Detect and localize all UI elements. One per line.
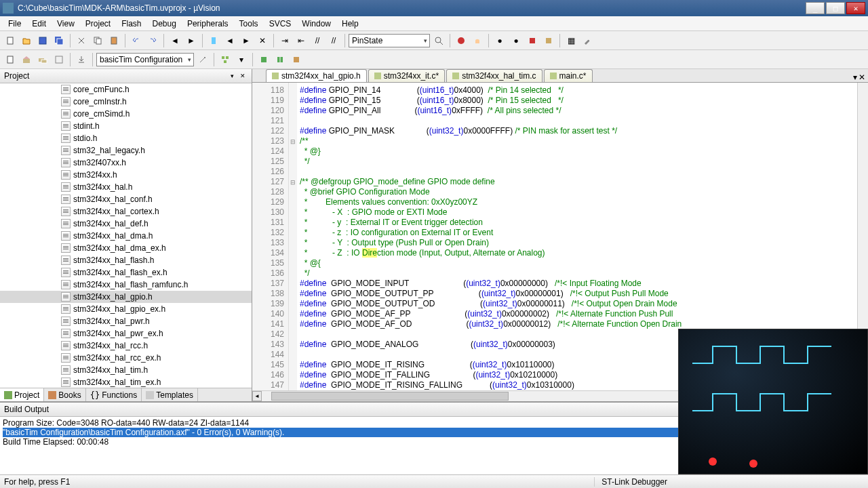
tab-close-button[interactable]: ✕ (859, 73, 865, 82)
menu-svcs[interactable]: SVCS (264, 18, 297, 30)
debug-button[interactable] (454, 33, 469, 48)
menu-project[interactable]: Project (80, 18, 116, 30)
indent-button[interactable]: ⇥ (277, 33, 292, 48)
tree-file-item[interactable]: stm32f4xx_hal_gpio.h (0, 291, 252, 303)
maximize-button[interactable]: □ (826, 2, 845, 14)
window-button[interactable]: ▦ (564, 33, 578, 48)
tb-a[interactable]: ● (492, 33, 507, 48)
outdent-button[interactable]: ⇤ (294, 33, 309, 48)
nav-fwd-button[interactable]: ► (184, 33, 199, 48)
download-button[interactable] (74, 52, 89, 67)
minimize-button[interactable]: _ (806, 2, 825, 14)
batch-build-button[interactable] (52, 52, 66, 67)
tree-file-item[interactable]: stdio.h (0, 132, 252, 144)
file-icon (61, 158, 71, 167)
breakpoint-button[interactable] (470, 33, 485, 48)
tree-file-item[interactable]: stm32f4xx_hal_rcc.h (0, 340, 252, 352)
menu-flash[interactable]: Flash (116, 18, 146, 30)
bookmark-clear-button[interactable]: ✕ (255, 33, 270, 48)
nav-back-button[interactable]: ◄ (167, 33, 182, 48)
panel-close-button[interactable]: ✕ (238, 71, 248, 81)
menu-file[interactable]: File (3, 18, 26, 30)
menu-tools[interactable]: Tools (234, 18, 264, 30)
pack3-button[interactable] (289, 52, 304, 67)
tab-hal-tim[interactable]: stm32f4xx_hal_tim.c (446, 69, 542, 82)
menu-help[interactable]: Help (336, 18, 364, 30)
svg-rect-18 (222, 56, 224, 59)
tree-file-item[interactable]: stm32_hal_legacy.h (0, 144, 252, 157)
tree-file-item[interactable]: stm32f4xx_hal_conf.h (0, 193, 252, 205)
find-combo[interactable]: PinState (349, 34, 430, 47)
hscroll-left[interactable]: ◄ (252, 391, 262, 401)
tab-books[interactable]: Books (44, 388, 85, 401)
tree-file-item[interactable]: stm32f407xx.h (0, 157, 252, 169)
panel-pin-button[interactable]: ▾ (227, 71, 237, 81)
tab-it-c[interactable]: stm32f4xx_it.c* (368, 69, 445, 82)
tree-file-item[interactable]: core_cmSimd.h (0, 108, 252, 120)
new-file-button[interactable] (3, 33, 18, 48)
file-icon (61, 134, 71, 143)
tab-main-c[interactable]: main.c* (544, 69, 593, 82)
project-tree[interactable]: core_cmFunc.hcore_cmInstr.hcore_cmSimd.h… (0, 83, 252, 388)
tree-file-item[interactable]: stm32f4xx_hal_cortex.h (0, 205, 252, 218)
menu-peripherals[interactable]: Peripherals (182, 18, 234, 30)
tb-c[interactable] (525, 33, 540, 48)
tree-file-item[interactable]: stm32f4xx_hal_dma_ex.h (0, 242, 252, 254)
pack2-button[interactable] (273, 52, 288, 67)
tab-project[interactable]: Project (0, 388, 44, 401)
build-button[interactable] (19, 52, 34, 67)
tree-file-item[interactable]: stdint.h (0, 120, 252, 132)
tab-dropdown-button[interactable]: ▾ (853, 73, 857, 82)
redo-button[interactable] (145, 33, 160, 48)
tab-hal-gpio[interactable]: stm32f4xx_hal_gpio.h (266, 69, 367, 82)
bookmark-prev-button[interactable]: ◄ (222, 33, 237, 48)
cut-button[interactable] (74, 33, 89, 48)
tab-functions[interactable]: {}Functions (86, 388, 142, 401)
menu-edit[interactable]: Edit (26, 18, 52, 30)
tree-file-item[interactable]: core_cmFunc.h (0, 83, 252, 96)
tree-file-item[interactable]: stm32f4xx_hal_flash_ex.h (0, 266, 252, 279)
manage2-button[interactable]: ▾ (234, 52, 249, 67)
tree-file-item[interactable]: stm32f4xx_hal.h (0, 181, 252, 193)
tb-d[interactable] (541, 33, 556, 48)
save-all-button[interactable] (52, 33, 66, 48)
tree-file-item[interactable]: stm32f4xx_hal_tim_ex.h (0, 376, 252, 388)
tree-file-item[interactable]: stm32f4xx.h (0, 169, 252, 181)
tree-file-item[interactable]: stm32f4xx_hal_def.h (0, 218, 252, 230)
fold-gutter[interactable]: ⊟⊟ (289, 83, 297, 390)
bookmark-button[interactable] (206, 33, 221, 48)
tree-file-item[interactable]: stm32f4xx_hal_gpio_ex.h (0, 303, 252, 315)
manage-button[interactable] (218, 52, 233, 67)
close-button[interactable]: ✕ (846, 2, 865, 14)
rebuild-button[interactable] (35, 52, 50, 67)
menu-debug[interactable]: Debug (147, 18, 182, 30)
copy-button[interactable] (90, 33, 105, 48)
menu-view[interactable]: View (52, 18, 80, 30)
project-bottom-tabs: Project Books {}Functions Templates (0, 388, 252, 401)
menu-window[interactable]: Window (296, 18, 336, 30)
tree-file-item[interactable]: stm32f4xx_hal_dma.h (0, 230, 252, 242)
paste-button[interactable] (106, 33, 121, 48)
tree-file-item[interactable]: stm32f4xx_hal_flash.h (0, 254, 252, 266)
find-button[interactable] (431, 33, 446, 48)
tree-file-item[interactable]: stm32f4xx_hal_tim.h (0, 364, 252, 376)
target-combo[interactable]: basicTim Configuration (96, 53, 194, 66)
tab-templates[interactable]: Templates (142, 388, 198, 401)
save-button[interactable] (35, 33, 50, 48)
tree-file-item[interactable]: core_cmInstr.h (0, 96, 252, 108)
tree-file-item[interactable]: stm32f4xx_hal_flash_ramfunc.h (0, 279, 252, 291)
undo-button[interactable] (129, 33, 144, 48)
open-button[interactable] (19, 33, 34, 48)
hscroll-thumb[interactable] (271, 392, 509, 401)
pack-button[interactable] (256, 52, 271, 67)
tree-file-item[interactable]: stm32f4xx_hal_pwr_ex.h (0, 327, 252, 340)
comment-button[interactable]: // (310, 33, 325, 48)
translate-button[interactable] (3, 52, 18, 67)
tree-file-item[interactable]: stm32f4xx_hal_rcc_ex.h (0, 352, 252, 364)
options-button[interactable] (195, 52, 210, 67)
config-button[interactable] (580, 33, 595, 48)
bookmark-next-button[interactable]: ► (239, 33, 254, 48)
uncomment-button[interactable]: // (326, 33, 341, 48)
tree-file-item[interactable]: stm32f4xx_hal_pwr.h (0, 315, 252, 327)
tb-b[interactable]: ● (509, 33, 524, 48)
